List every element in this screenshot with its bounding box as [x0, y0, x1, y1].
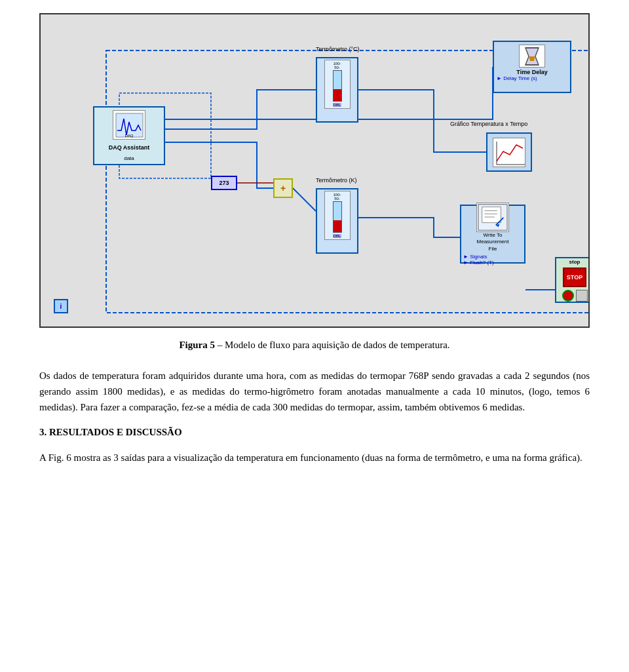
- stop-block: stop STOP: [555, 257, 590, 303]
- daq-block: DAQ DAQ Assistant data: [93, 106, 165, 165]
- time-delay-block: Time Delay ► Delay Time (s): [493, 41, 571, 93]
- grafico-block: [486, 132, 532, 172]
- daq-icon: DAQ: [113, 110, 145, 140]
- thermo-k-bar: [333, 201, 342, 233]
- thermo-c-block: 100- 50- DBL: [316, 57, 358, 123]
- daq-svg: DAQ: [115, 112, 144, 138]
- stop-label: stop: [569, 259, 581, 265]
- write-flush: ► Flush? (T): [463, 260, 522, 266]
- stop-controls: [562, 290, 588, 302]
- thermo-c-dbl: DBL: [333, 103, 342, 107]
- thermo-c-visual: 100- 50- DBL: [324, 60, 351, 109]
- const-273-block: 273: [211, 176, 237, 190]
- thermo-c-bar: [333, 70, 342, 102]
- stop-square: [576, 290, 588, 302]
- time-delay-icon: [519, 45, 545, 68]
- info-block: i: [54, 299, 68, 313]
- grafico-svg: [493, 138, 525, 167]
- figure-caption-text: – Modelo de fluxo para aquisição de dado…: [215, 340, 450, 350]
- write-labels: Write To Measurement File: [477, 232, 509, 252]
- thermo-k-dbl: DBL: [333, 234, 342, 238]
- svg-rect-12: [482, 207, 501, 223]
- time-delay-sublabel: ► Delay Time (s): [497, 75, 567, 81]
- thermo-k-block: 100- 50- DBL: [316, 188, 358, 254]
- write-block: Write To Measurement File ► Signals ► Fl…: [460, 205, 525, 264]
- info-symbol: i: [60, 303, 62, 310]
- add-block: +: [273, 178, 293, 198]
- paragraph-2: A Fig. 6 mostra as 3 saídas para a visua…: [39, 450, 590, 465]
- const-273-value: 273: [219, 180, 229, 186]
- thermo-k-visual: 100- 50- DBL: [324, 191, 351, 240]
- svg-text:DAQ: DAQ: [124, 134, 133, 138]
- labview-diagram: DAQ DAQ Assistant data Termômetro (°C) 1…: [41, 14, 588, 326]
- thermo-c-label: Termômetro (°C): [316, 46, 360, 52]
- time-delay-label: Time Delay: [497, 69, 567, 75]
- figure-diagram: DAQ DAQ Assistant data Termômetro (°C) 1…: [39, 13, 590, 328]
- grafico-icon: [493, 138, 525, 167]
- daq-sublabel: data: [124, 155, 134, 161]
- hourglass-svg: [522, 47, 542, 66]
- figure-caption: Figura 5 – Modelo de fluxo para aquisiçã…: [39, 338, 590, 352]
- stop-button: STOP: [563, 267, 586, 287]
- daq-label: DAQ Assistant: [109, 144, 150, 151]
- stop-circle: [562, 290, 574, 302]
- write-signals: ► Signals: [463, 254, 522, 260]
- page: DAQ DAQ Assistant data Termômetro (°C) 1…: [0, 0, 629, 504]
- paragraph-1: Os dados de temperatura foram adquiridos…: [39, 368, 590, 415]
- write-icon: [476, 203, 509, 232]
- svg-rect-8: [493, 138, 525, 167]
- thermo-k-label: Termômetro (K): [316, 177, 357, 184]
- figure-caption-bold: Figura 5: [179, 340, 215, 350]
- grafico-label: Gráfico Temperatura x Tempo: [450, 121, 527, 127]
- write-svg: [477, 203, 508, 232]
- section-heading: 3. RESULTADOS E DISCUSSÃO: [39, 427, 590, 438]
- add-symbol: +: [280, 183, 286, 193]
